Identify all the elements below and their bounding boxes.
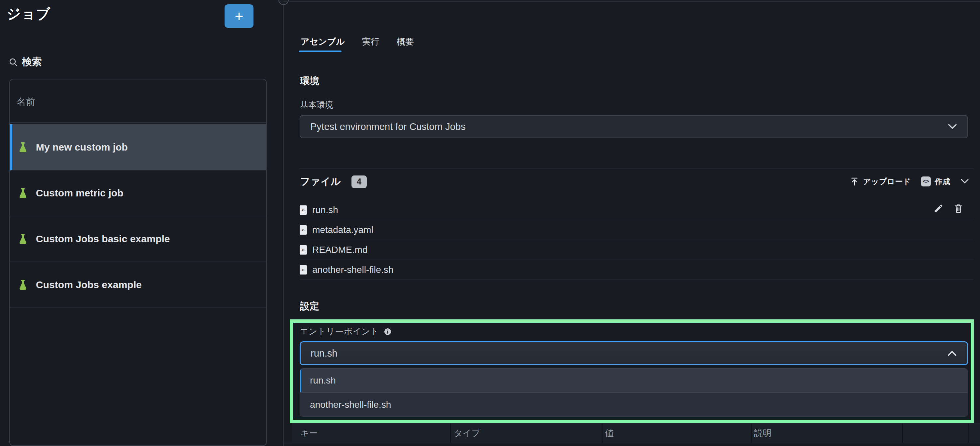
flask-icon [19,188,27,198]
selected-option-indicator [300,369,301,392]
entrypoint-value: run.sh [310,348,947,359]
upload-button-label: アップロード [863,177,911,187]
add-job-button[interactable]: + [224,4,253,28]
files-heading-row: ファイル 4 [300,175,367,188]
create-menu-chevron-down-icon[interactable] [960,178,969,185]
sidebar-main-divider[interactable] [283,0,284,446]
file-icon: ‹› [300,225,307,235]
jobs-page: ジョブ + 検索 名前 My new custom job Custom met… [0,0,980,446]
files-count-badge: 4 [352,175,367,188]
entrypoint-input[interactable]: run.sh [300,341,968,365]
file-row-actions [934,203,963,213]
active-tab-indicator [299,51,342,52]
job-list-item[interactable]: Custom Jobs example [10,262,266,308]
entrypoint-dropdown: run.sh another-shell-file.sh [300,368,968,417]
flask-icon [19,279,27,290]
files-section-divider [300,168,974,169]
upload-button[interactable]: アップロード [850,177,911,187]
create-file-button[interactable]: <> 作成 [921,177,950,187]
job-name: Custom Jobs basic example [36,233,170,245]
entrypoint-label-row: エントリーポイント [300,326,392,337]
file-icon: ‹› [300,265,307,274]
environment-heading: 環境 [300,75,319,88]
column-divider [968,424,969,443]
job-search[interactable]: 検索 [9,55,42,69]
column-header-value: 値 [605,424,614,443]
job-list-name-header: 名前 [17,96,35,108]
column-divider [751,424,752,443]
files-heading: ファイル [300,175,341,188]
entrypoint-label: エントリーポイント [300,326,379,337]
file-name: run.sh [312,205,338,215]
main-tabs: アセンブル 実行 概要 [301,36,414,48]
column-divider [902,424,903,443]
flask-icon [19,234,27,244]
search-icon [9,57,18,67]
file-code-icon: <> [921,177,931,186]
dropdown-option-label: another-shell-file.sh [310,400,391,410]
file-row[interactable]: ‹› run.sh [300,201,974,220]
page-title: ジョブ [6,5,51,23]
base-environment-value: Pytest environment for Custom Jobs [310,121,947,132]
chevron-up-icon [947,350,957,357]
job-list-item-selected[interactable]: My new custom job [10,124,266,170]
settings-heading: 設定 [300,300,319,313]
create-button-label: 作成 [935,177,950,187]
parameters-table-header: キー タイプ 値 説明 [292,423,980,443]
dropdown-option-label: run.sh [310,375,336,386]
plus-icon: + [235,9,243,24]
job-name: My new custom job [36,142,128,153]
flask-icon [19,142,27,153]
info-icon[interactable] [384,328,392,336]
file-name: another-shell-file.sh [312,264,393,275]
column-header-key: キー [300,424,318,443]
base-environment-label: 基本環境 [300,99,333,110]
tab-run[interactable]: 実行 [362,36,379,48]
job-list-item[interactable]: Custom metric job [10,170,266,217]
tab-overview[interactable]: 概要 [397,36,414,48]
file-name: metadata.yaml [312,225,373,235]
job-name: Custom metric job [36,188,123,199]
file-row[interactable]: ‹› metadata.yaml [300,220,974,240]
column-header-description: 説明 [754,424,772,443]
file-name: README.md [312,245,368,255]
tab-assemble[interactable]: アセンブル [301,36,345,48]
column-header-type: タイプ [454,424,480,443]
edit-file-button[interactable] [934,203,943,213]
column-divider [450,424,451,443]
main-top-border [284,1,980,2]
job-list-header-divider [10,122,266,123]
table-first-row-edge [292,443,980,446]
dropdown-option-selected[interactable]: run.sh [300,369,968,393]
job-list-item[interactable]: Custom Jobs basic example [10,217,266,262]
dropdown-option[interactable]: another-shell-file.sh [300,393,968,416]
file-row[interactable]: ‹› README.md [300,240,974,260]
search-label: 検索 [22,55,42,69]
file-icon: ‹› [300,245,307,255]
base-environment-select[interactable]: Pytest environment for Custom Jobs [300,115,968,138]
sidebar-collapse-handle[interactable] [278,0,289,5]
files-toolbar: アップロード <> 作成 [850,174,969,189]
job-name: Custom Jobs example [36,279,142,290]
upload-icon [850,177,859,186]
chevron-down-icon [947,123,958,130]
delete-file-button[interactable] [953,203,963,213]
file-row[interactable]: ‹› another-shell-file.sh [300,260,974,280]
column-divider [601,424,603,443]
file-icon: ‹› [300,205,307,215]
